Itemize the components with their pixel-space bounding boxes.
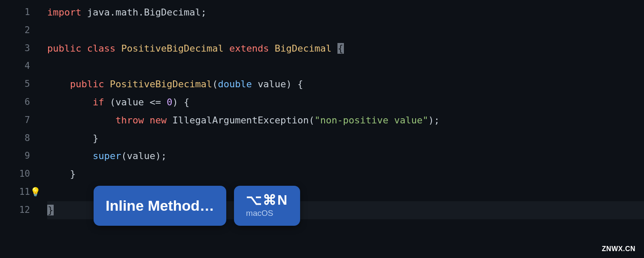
code-line[interactable]: import java.math.BigDecimal; <box>47 3 644 22</box>
exception-type: IllegalArgumentException <box>172 115 309 126</box>
semicolon: ; <box>161 150 167 161</box>
shortcut-card: ⌥⌘N macOS <box>234 186 300 226</box>
code-line[interactable]: } <box>47 165 644 183</box>
rbrace: } <box>70 169 76 179</box>
rbrace: } <box>93 133 98 144</box>
line-number: 9 <box>0 147 30 165</box>
cursor: { <box>337 43 344 54</box>
shortcut-os: macOS <box>246 209 288 218</box>
line-number: 1 <box>0 3 30 22</box>
code-line[interactable]: throw new IllegalArgumentException("non-… <box>47 111 644 129</box>
cursor: } <box>47 205 54 215</box>
base-class: BigDecimal <box>275 43 331 54</box>
rparen: ) <box>428 115 434 126</box>
constructor-name: PositiveBigDecimal <box>110 79 212 89</box>
keyword-if: if <box>93 97 104 108</box>
keyword-double: double <box>218 79 252 89</box>
lbrace: { <box>184 97 189 108</box>
line-number: 2 <box>0 22 30 40</box>
package-path: java.math.BigDecimal <box>87 7 201 18</box>
keyword-super: super <box>93 150 121 161</box>
lightbulb-icon[interactable]: 💡 <box>30 183 41 201</box>
line-number: 11 <box>0 183 30 201</box>
line-number: 3 <box>0 40 30 58</box>
line-number: 5 <box>0 75 30 93</box>
argument: value <box>127 150 155 161</box>
keyword-class: class <box>87 43 115 54</box>
keyword-public: public <box>70 79 104 89</box>
action-hint-popup: Inline Method… ⌥⌘N macOS <box>94 186 300 226</box>
code-line[interactable]: if (value <= 0) { <box>47 93 644 111</box>
action-name-card[interactable]: Inline Method… <box>94 186 226 226</box>
line-number-gutter: 1 2 3 4 5 6 7 8 9 10 11 12 <box>0 0 47 258</box>
rparen: ) <box>155 150 161 161</box>
semicolon: ; <box>201 7 207 18</box>
keyword-import: import <box>47 7 81 18</box>
keyword-extends: extends <box>229 43 269 54</box>
lparen: ( <box>309 115 314 126</box>
param-name: value <box>258 79 286 89</box>
code-line[interactable]: super(value); <box>47 147 644 165</box>
line-number: 6 <box>0 93 30 111</box>
line-number: 12 <box>0 201 30 219</box>
operator: <= <box>149 97 161 108</box>
variable: value <box>115 97 144 108</box>
code-line-blank[interactable] <box>47 22 644 40</box>
class-name: PositiveBigDecimal <box>121 43 223 54</box>
line-number: 8 <box>0 129 30 147</box>
lparen: ( <box>121 150 127 161</box>
shortcut-keys: ⌥⌘N <box>246 193 288 208</box>
keyword-public: public <box>47 43 81 54</box>
code-line[interactable]: public PositiveBigDecimal(double value) … <box>47 75 644 93</box>
rparen: ) <box>286 79 292 89</box>
keyword-throw: throw <box>115 115 144 126</box>
code-line-blank[interactable] <box>47 57 644 75</box>
string-literal: "non-positive value" <box>315 115 428 126</box>
line-number: 10 <box>0 165 30 183</box>
line-number: 7 <box>0 111 30 129</box>
lparen: ( <box>110 97 115 108</box>
semicolon: ; <box>434 115 440 126</box>
number-literal: 0 <box>167 97 172 108</box>
code-line[interactable]: public class PositiveBigDecimal extends … <box>47 40 644 58</box>
lbrace: { <box>298 79 303 89</box>
action-label: Inline Method… <box>106 197 214 214</box>
keyword-new: new <box>149 115 167 126</box>
line-number: 4 <box>0 57 30 75</box>
rparen: ) <box>172 97 178 108</box>
code-line[interactable]: } <box>47 129 644 147</box>
lparen: ( <box>212 79 218 89</box>
watermark: ZNWX.CN <box>602 245 635 253</box>
